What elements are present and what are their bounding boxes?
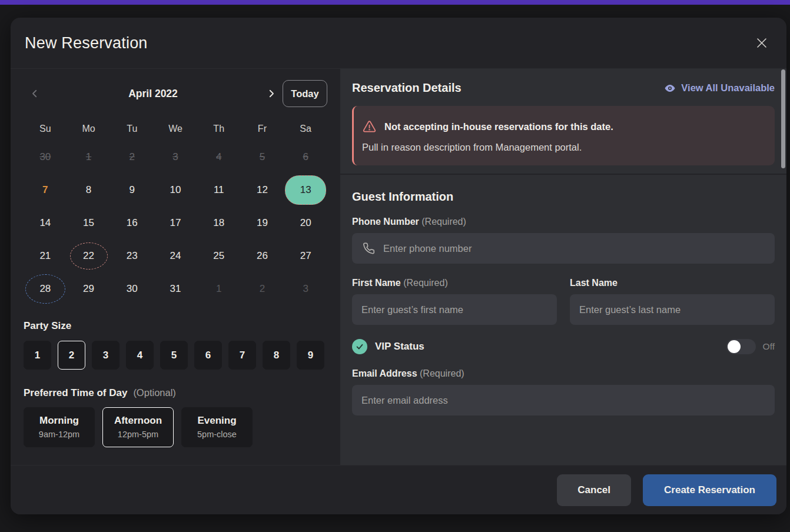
calendar-day[interactable]: 8 bbox=[67, 174, 111, 207]
time-option-button[interactable]: Evening5pm-close bbox=[181, 407, 253, 447]
calendar-day[interactable]: 12 bbox=[241, 174, 284, 207]
time-option-name: Evening bbox=[191, 415, 243, 427]
calendar-day[interactable]: 13 bbox=[284, 174, 327, 207]
first-name-field: First Name (Required) bbox=[352, 264, 557, 325]
calendar-day: 30 bbox=[24, 141, 67, 174]
details-scrollbar-thumb[interactable] bbox=[781, 69, 785, 168]
party-size-button[interactable]: 3 bbox=[92, 341, 120, 370]
party-size-button[interactable]: 1 bbox=[24, 341, 51, 370]
last-name-field: Last Name bbox=[570, 264, 775, 325]
modal-header: New Reservation bbox=[11, 18, 786, 69]
first-name-label: First Name (Required) bbox=[352, 278, 557, 288]
calendar-panel: April 2022 Today SuMoTuWeThFrSa 30123456… bbox=[11, 69, 340, 465]
cancel-button[interactable]: Cancel bbox=[557, 474, 631, 506]
calendar-day[interactable]: 20 bbox=[284, 207, 327, 240]
weekday-label: Tu bbox=[110, 124, 154, 134]
time-of-day-optional: (Optional) bbox=[133, 387, 175, 398]
close-icon[interactable] bbox=[751, 32, 772, 54]
reservation-details-section: Reservation Details View All Unavailable bbox=[340, 69, 786, 175]
party-size-group: 123456789 bbox=[24, 341, 327, 370]
weekday-label: Th bbox=[197, 124, 241, 134]
browser-accent-bar bbox=[0, 0, 790, 5]
party-size-button[interactable]: 9 bbox=[297, 341, 324, 370]
calendar-day[interactable]: 29 bbox=[67, 272, 111, 305]
guest-information-section: Guest Information Phone Number (Required… bbox=[340, 175, 786, 427]
calendar-day[interactable]: 22 bbox=[67, 240, 111, 272]
party-size-button[interactable]: 7 bbox=[228, 341, 256, 370]
calendar-day[interactable]: 11 bbox=[197, 174, 241, 207]
calendar-header: April 2022 Today bbox=[24, 79, 327, 108]
new-reservation-modal: New Reservation April 2022 Today bbox=[11, 18, 786, 514]
vip-toggle[interactable] bbox=[726, 339, 756, 354]
calendar-day[interactable]: 31 bbox=[154, 272, 197, 305]
party-size-button[interactable]: 2 bbox=[58, 341, 85, 370]
warning-body: Pull in reason description from Manageme… bbox=[362, 142, 764, 153]
email-required-hint: (Required) bbox=[420, 368, 464, 378]
last-name-label: Last Name bbox=[570, 278, 775, 288]
calendar-day: 1 bbox=[197, 272, 241, 305]
calendar-day[interactable]: 24 bbox=[154, 240, 197, 272]
calendar-day[interactable]: 15 bbox=[67, 207, 111, 240]
first-name-input[interactable] bbox=[352, 294, 557, 325]
time-option-hours: 5pm-close bbox=[191, 430, 243, 439]
modal-footer: Cancel Create Reservation bbox=[11, 465, 786, 514]
screen: New Reservation April 2022 Today bbox=[0, 0, 790, 532]
party-size-button[interactable]: 8 bbox=[263, 341, 290, 370]
reservation-details-title: Reservation Details bbox=[352, 81, 462, 95]
weekday-label: Fr bbox=[241, 124, 284, 134]
warning-triangle-icon bbox=[362, 119, 377, 134]
next-month-icon[interactable] bbox=[260, 82, 283, 105]
calendar-day: 2 bbox=[110, 141, 154, 174]
time-option-name: Morning bbox=[34, 415, 85, 427]
calendar-day[interactable]: 14 bbox=[24, 207, 67, 240]
calendar-grid: 3012345678910111213141516171819202122232… bbox=[24, 141, 327, 305]
create-reservation-button[interactable]: Create Reservation bbox=[643, 474, 776, 506]
phone-required-hint: (Required) bbox=[421, 217, 466, 227]
party-size-label: Party Size bbox=[24, 320, 327, 332]
time-option-hours: 9am-12pm bbox=[34, 430, 85, 439]
vip-toggle-state: Off bbox=[763, 341, 775, 352]
last-name-input[interactable] bbox=[570, 294, 775, 325]
time-option-name: Afternoon bbox=[112, 415, 164, 427]
modal-title: New Reservation bbox=[25, 34, 148, 52]
calendar-day[interactable]: 28 bbox=[24, 272, 67, 305]
calendar-day[interactable]: 19 bbox=[241, 207, 284, 240]
calendar-day[interactable]: 21 bbox=[24, 240, 67, 272]
calendar-day: 5 bbox=[241, 141, 284, 174]
phone-input[interactable] bbox=[352, 233, 775, 264]
phone-label: Phone Number (Required) bbox=[352, 217, 775, 227]
modal-body: April 2022 Today SuMoTuWeThFrSa 30123456… bbox=[11, 69, 786, 465]
vip-status-row: VIP Status Off bbox=[352, 339, 775, 354]
calendar-day[interactable]: 26 bbox=[241, 240, 284, 272]
view-all-unavailable-link[interactable]: View All Unavailable bbox=[664, 82, 775, 94]
details-panel: Reservation Details View All Unavailable bbox=[340, 69, 786, 465]
calendar-day[interactable]: 16 bbox=[110, 207, 154, 240]
calendar-day[interactable]: 27 bbox=[284, 240, 327, 272]
time-option-hours: 12pm-5pm bbox=[112, 430, 164, 439]
party-size-button[interactable]: 6 bbox=[194, 341, 222, 370]
calendar-day[interactable]: 18 bbox=[197, 207, 241, 240]
time-option-button[interactable]: Morning9am-12pm bbox=[24, 407, 95, 447]
calendar-day[interactable]: 10 bbox=[154, 174, 197, 207]
vip-check-icon bbox=[352, 339, 367, 354]
calendar-day[interactable]: 23 bbox=[110, 240, 154, 272]
calendar-day[interactable]: 7 bbox=[24, 174, 67, 207]
calendar-day: 3 bbox=[154, 141, 197, 174]
first-name-required-hint: (Required) bbox=[403, 278, 448, 288]
calendar-day[interactable]: 17 bbox=[154, 207, 197, 240]
calendar-day[interactable]: 30 bbox=[110, 272, 154, 305]
time-option-button[interactable]: Afternoon12pm-5pm bbox=[102, 407, 174, 447]
email-input[interactable] bbox=[352, 385, 775, 415]
today-button[interactable]: Today bbox=[283, 80, 327, 107]
calendar-day[interactable]: 9 bbox=[110, 174, 154, 207]
time-of-day-group: Morning9am-12pmAfternoon12pm-5pmEvening5… bbox=[24, 407, 327, 447]
party-size-button[interactable]: 5 bbox=[160, 341, 188, 370]
calendar-day: 2 bbox=[241, 272, 284, 305]
vip-status-label: VIP Status bbox=[375, 341, 424, 353]
view-all-unavailable-label: View All Unavailable bbox=[681, 82, 775, 94]
party-size-button[interactable]: 4 bbox=[126, 341, 154, 370]
vip-toggle-knob bbox=[728, 340, 741, 353]
calendar-day[interactable]: 25 bbox=[197, 240, 241, 272]
calendar-day: 6 bbox=[284, 141, 327, 174]
prev-month-icon[interactable] bbox=[24, 82, 46, 105]
